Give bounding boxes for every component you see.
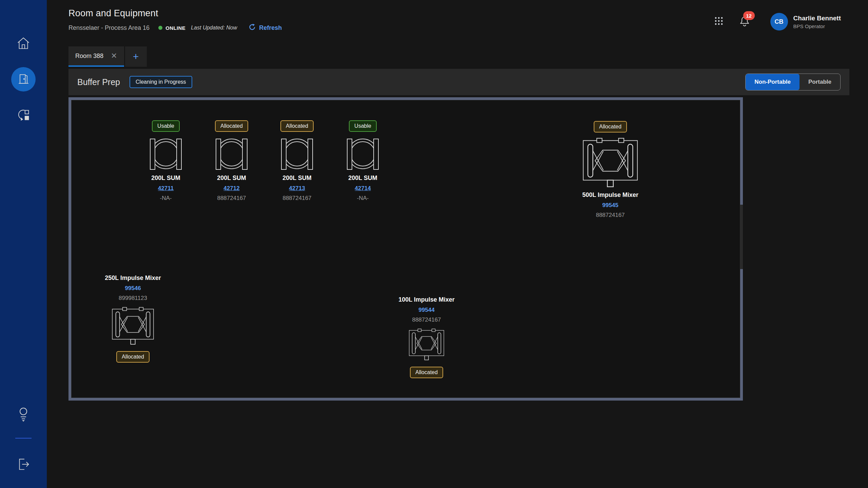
notification-count-badge: 12 bbox=[743, 11, 755, 20]
room-door-opening bbox=[740, 205, 743, 269]
equipment-status-badge: Allocated bbox=[410, 367, 443, 378]
equipment-id-link[interactable]: 42713 bbox=[289, 185, 305, 192]
equipment-name: 250L Impulse Mixer bbox=[105, 274, 161, 282]
equipment-name: 200L SUM bbox=[151, 175, 180, 182]
equipment-id-link[interactable]: 42714 bbox=[355, 185, 371, 192]
room-map: Usable 200L SUM42711-NA-Allocated 200L S… bbox=[68, 97, 743, 401]
equipment-id-link[interactable]: 99545 bbox=[602, 202, 618, 209]
home-icon bbox=[16, 36, 31, 51]
equipment-name: 200L SUM bbox=[217, 175, 246, 182]
equipment-status-badge: Allocated bbox=[594, 121, 627, 133]
tab-room-388[interactable]: Room 388 ✕ bbox=[68, 46, 124, 67]
equipment-serial: 888724167 bbox=[217, 195, 246, 202]
cleaning-status-chip: Cleaning in Progress bbox=[130, 76, 192, 88]
user-name: Charlie Bennett bbox=[793, 15, 841, 22]
impulse-mixer-icon bbox=[409, 328, 445, 361]
apps-grid-icon bbox=[714, 16, 724, 27]
refresh-button[interactable]: Refresh bbox=[249, 23, 282, 32]
equipment-id-link[interactable]: 99544 bbox=[418, 307, 434, 313]
equipment-serial: 888724167 bbox=[282, 195, 311, 202]
equipment-name: 200L SUM bbox=[282, 175, 312, 182]
equipment-42714[interactable]: Usable 200L SUM42714-NA- bbox=[322, 120, 403, 202]
equipment-serial: -NA- bbox=[357, 195, 369, 202]
refresh-label: Refresh bbox=[259, 24, 282, 32]
online-dot-icon bbox=[158, 26, 162, 30]
last-updated-label: Last Updated: Now bbox=[191, 25, 237, 31]
refresh-icon bbox=[249, 23, 256, 32]
equipment-id-link[interactable]: 99546 bbox=[125, 285, 141, 292]
user-role: BPS Operator bbox=[793, 23, 841, 29]
portability-toggle: Non-Portable Portable bbox=[745, 74, 841, 90]
equipment-status-badge: Allocated bbox=[215, 120, 248, 132]
main-content: Room and Equipment Rensselaer - Process … bbox=[47, 0, 868, 488]
notifications-button[interactable]: 12 bbox=[739, 15, 750, 28]
equipment-status-badge: Usable bbox=[152, 120, 180, 132]
equipment-serial: 888724167 bbox=[596, 212, 625, 219]
sidebar-item-workflow[interactable] bbox=[11, 103, 36, 127]
online-status-label: ONLINE bbox=[165, 25, 185, 31]
sum-tank-icon bbox=[281, 137, 313, 170]
sidebar-divider bbox=[15, 438, 32, 439]
room-title: Buffer Prep bbox=[77, 77, 120, 87]
equipment-99545[interactable]: Allocated 500L Impulse Mixer995458887241… bbox=[570, 121, 651, 219]
impulse-mixer-icon bbox=[582, 137, 638, 187]
equipment-status-badge: Allocated bbox=[280, 120, 314, 132]
sidebar-item-help[interactable] bbox=[11, 402, 36, 426]
sum-tank-icon bbox=[347, 137, 379, 170]
logout-icon bbox=[16, 456, 31, 472]
avatar[interactable]: CB bbox=[770, 13, 788, 30]
sum-tank-icon bbox=[150, 137, 182, 170]
equipment-name: 200L SUM bbox=[348, 175, 377, 182]
toggle-portable[interactable]: Portable bbox=[800, 74, 840, 90]
equipment-serial: 899981123 bbox=[119, 295, 147, 302]
equipment-name: 500L Impulse Mixer bbox=[582, 191, 638, 199]
equipment-99544[interactable]: 100L Impulse Mixer99544888724167 Allocat… bbox=[386, 296, 467, 378]
tab-bar: Room 388 ✕ + bbox=[68, 46, 868, 67]
user-info: Charlie Bennett BPS Operator bbox=[793, 15, 841, 29]
sum-tank-icon bbox=[215, 137, 248, 170]
impulse-mixer-icon bbox=[112, 306, 154, 345]
equipment-name: 100L Impulse Mixer bbox=[398, 296, 455, 303]
sidebar-item-logout[interactable] bbox=[11, 452, 36, 476]
breadcrumb-location: Rensselaer - Process Area 16 bbox=[68, 24, 150, 32]
equipment-99546[interactable]: 250L Impulse Mixer99546899981123 Allocat… bbox=[92, 274, 174, 363]
equipment-status-badge: Usable bbox=[349, 120, 377, 132]
lightbulb-icon bbox=[16, 406, 31, 422]
equipment-status-badge: Allocated bbox=[116, 351, 150, 363]
status-indicator: ONLINE bbox=[158, 25, 185, 31]
toggle-non-portable[interactable]: Non-Portable bbox=[746, 74, 800, 90]
equipment-id-link[interactable]: 42712 bbox=[223, 185, 239, 192]
page-header: Room and Equipment Rensselaer - Process … bbox=[47, 0, 868, 32]
add-tab-button[interactable]: + bbox=[125, 46, 147, 67]
sidebar-item-rooms[interactable] bbox=[11, 67, 36, 92]
equipment-serial: -NA- bbox=[160, 195, 172, 202]
sidebar bbox=[0, 0, 47, 488]
equipment-id-link[interactable]: 42711 bbox=[158, 185, 174, 192]
tab-label: Room 388 bbox=[75, 53, 103, 60]
tab-close-icon[interactable]: ✕ bbox=[111, 52, 117, 60]
equipment-serial: 888724167 bbox=[412, 317, 441, 323]
workflow-icon bbox=[16, 107, 31, 123]
room-header-band: Buffer Prep Cleaning in Progress Non-Por… bbox=[68, 69, 849, 95]
apps-grid-button[interactable] bbox=[714, 16, 724, 27]
sidebar-item-home[interactable] bbox=[11, 31, 36, 56]
door-room-icon bbox=[16, 72, 31, 87]
